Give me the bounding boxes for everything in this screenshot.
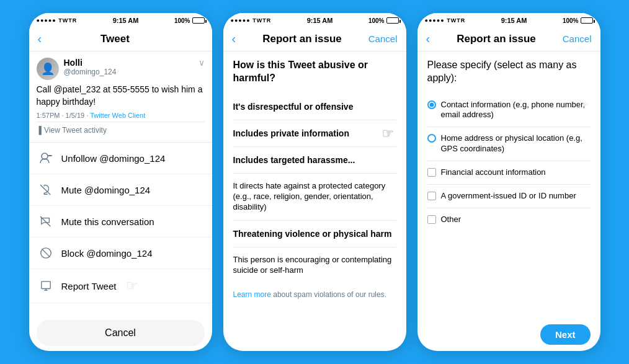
time-1: 9:15 AM: [113, 17, 139, 24]
svg-line-5: [42, 249, 50, 257]
checkbox-option-3[interactable]: A government-issued ID or ID number: [427, 185, 591, 208]
radio-1[interactable]: [427, 134, 436, 143]
checkbox-label-4: Other: [441, 215, 462, 225]
status-bar-3: ●●●●● TWTR 9:15 AM 100%: [417, 13, 600, 27]
signal-2: ●●●●● TWTR: [231, 17, 272, 24]
signal-3: ●●●●● TWTR: [425, 17, 466, 24]
cursor-icon: ☞: [126, 278, 138, 294]
report-option-label-3: It directs hate against a protected cate…: [233, 181, 396, 213]
battery-pct-1: 100%: [174, 17, 190, 24]
nav-cancel-2[interactable]: Cancel: [368, 33, 398, 44]
next-button[interactable]: Next: [540, 324, 591, 345]
signal-1: ●●●●● TWTR: [37, 17, 78, 24]
checkbox-2[interactable]: [427, 168, 436, 177]
checkbox-option-4[interactable]: Other: [427, 208, 591, 231]
learn-more-suffix: about spam violations of our rules.: [271, 290, 386, 299]
menu-item-block[interactable]: Block @domingo_124: [29, 237, 212, 269]
menu-item-mute-convo[interactable]: Mute this conversation: [29, 206, 212, 237]
cancel-button[interactable]: Cancel: [37, 320, 205, 346]
checkbox-option-1[interactable]: Home address or physical location (e.g, …: [427, 127, 591, 161]
nav-title-3: Report an issue: [457, 33, 536, 45]
unfollow-label: Unfollow @domingo_124: [61, 153, 166, 164]
checkbox-label-2: Financial account information: [441, 167, 546, 178]
tweet-activity[interactable]: ▐ View Tweet activity: [37, 122, 205, 138]
nav-back-2[interactable]: ‹: [232, 32, 236, 46]
mute-user-icon: [39, 183, 53, 197]
battery-3: 100%: [563, 17, 593, 24]
time-2: 9:15 AM: [307, 17, 333, 24]
tweet-date: 1:57PM · 1/5/19 ·: [37, 112, 91, 119]
nav-title-1: Tweet: [100, 33, 130, 45]
tweet-handle: @domingo_124: [64, 68, 194, 76]
battery-icon-3: [581, 17, 593, 24]
nav-bar-3: ‹ Report an issue Cancel: [417, 27, 600, 51]
checkbox-4[interactable]: [427, 215, 436, 224]
report-option-5[interactable]: This person is encouraging or contemplat…: [233, 247, 396, 283]
cursor-icon-2: ☞: [381, 125, 394, 143]
status-bar-2: ●●●●● TWTR 9:15 AM 100%: [223, 13, 406, 27]
menu-list: Unfollow @domingo_124 Mute @domingo_124 …: [29, 143, 212, 315]
nav-bar-1: ‹ Tweet: [29, 27, 212, 51]
time-3: 9:15 AM: [501, 17, 527, 24]
battery-2: 100%: [368, 17, 399, 24]
nav-cancel-3[interactable]: Cancel: [563, 33, 592, 44]
report-content-2: How is this Tweet abusive or harmful? It…: [223, 51, 406, 351]
radio-0[interactable]: [427, 100, 436, 109]
report-option-label-1: Includes private information: [233, 128, 349, 139]
avatar: 👤: [37, 58, 59, 80]
menu-item-report[interactable]: Report Tweet ☞: [29, 269, 212, 303]
report-option-label-0: It's disrespectful or offensive: [233, 101, 354, 112]
phone-2: ●●●●● TWTR 9:15 AM 100% ‹ Report an issu…: [223, 13, 406, 351]
mute-convo-icon: [39, 215, 53, 228]
tweet-card: 👤 Holli @domingo_124 ∨ Call @patel_232 a…: [29, 51, 212, 143]
tweet-text: Call @patel_232 at 555-5555 to wish him …: [37, 84, 205, 108]
checkbox-label-0: Contact information (e.g, phone number, …: [441, 100, 591, 121]
report-option-3[interactable]: It directs hate against a protected cate…: [233, 174, 396, 221]
learn-more-text: Learn more about spam violations of our …: [233, 290, 396, 300]
checkbox-3[interactable]: [427, 192, 436, 200]
report-option-2[interactable]: Includes targeted harassme...: [233, 147, 396, 174]
block-label: Block @domingo_124: [61, 248, 153, 259]
checkbox-option-0[interactable]: Contact information (e.g, phone number, …: [427, 94, 591, 128]
nav-title-2: Report an issue: [262, 33, 342, 45]
report-option-0[interactable]: It's disrespectful or offensive: [233, 94, 396, 120]
tweet-username: Holli: [64, 58, 194, 68]
tweet-meta: 1:57PM · 1/5/19 · Twitter Web Client: [37, 112, 205, 119]
specify-question: Please specify (select as many as apply)…: [427, 59, 591, 85]
nav-bar-2: ‹ Report an issue Cancel: [223, 27, 406, 51]
phone-1: ●●●●● TWTR 9:15 AM 100% ‹ Tweet 👤 Holli …: [29, 13, 212, 351]
battery-pct-3: 100%: [563, 17, 579, 24]
battery-pct-2: 100%: [368, 17, 385, 24]
next-btn-container: Next: [417, 318, 600, 351]
menu-item-unfollow[interactable]: Unfollow @domingo_124: [29, 143, 212, 174]
mute-convo-label: Mute this conversation: [61, 216, 154, 227]
mute-user-label: Mute @domingo_124: [61, 185, 151, 195]
battery-icon-2: [386, 17, 399, 24]
checkbox-label-3: A government-issued ID or ID number: [441, 191, 576, 202]
report-question-2: How is this Tweet abusive or harmful?: [233, 59, 396, 85]
menu-item-mute-user[interactable]: Mute @domingo_124: [29, 174, 212, 206]
status-bar-1: ●●●●● TWTR 9:15 AM 100%: [29, 13, 212, 27]
report-option-4[interactable]: Threatening violence or physical harm: [233, 221, 396, 247]
learn-more-link[interactable]: Learn more: [233, 290, 271, 299]
bar-chart-icon: ▐: [37, 126, 42, 135]
block-icon: [39, 246, 53, 260]
report-content-3: Please specify (select as many as apply)…: [417, 51, 600, 318]
nav-back-3[interactable]: ‹: [426, 32, 430, 46]
battery-1: 100%: [174, 17, 205, 24]
report-label: Report Tweet: [61, 281, 117, 291]
report-option-label-4: Threatening violence or physical harm: [233, 228, 392, 239]
cursor-icon-3: ☞: [578, 97, 589, 113]
svg-rect-6: [41, 282, 50, 289]
activity-label: View Tweet activity: [44, 126, 107, 135]
report-option-1[interactable]: Includes private information ☞: [233, 120, 396, 147]
battery-icon-1: [192, 17, 205, 24]
report-option-label-5: This person is encouraging or contemplat…: [233, 255, 396, 276]
checkbox-option-2[interactable]: Financial account information: [427, 161, 591, 185]
checkbox-label-1: Home address or physical location (e.g, …: [441, 133, 591, 154]
report-option-label-2: Includes targeted harassme...: [233, 154, 355, 166]
chevron-down-icon: ∨: [199, 58, 205, 68]
nav-back-1[interactable]: ‹: [38, 32, 42, 46]
twitter-web-client-link[interactable]: Twitter Web Client: [90, 112, 145, 119]
phone-3: ●●●●● TWTR 9:15 AM 100% ‹ Report an issu…: [417, 13, 600, 351]
